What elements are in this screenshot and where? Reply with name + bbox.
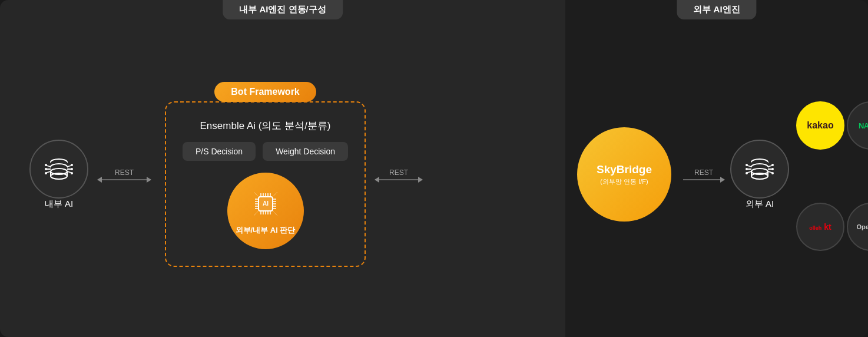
svg-line-12 (47, 166, 51, 167)
ensemble-label: Ensemble Ai (의도 분석/분류) (200, 119, 331, 133)
internal-ai-circle (29, 140, 88, 199)
right-panel-title: 외부 AI엔진 (677, 0, 756, 19)
skybridge-container: SkyBridge (외부망 연동 I/F) (577, 127, 671, 222)
bot-framework-container: Bot Framework Ensemble Ai (의도 분석/분류) P/S… (165, 82, 366, 267)
external-ai-circle (730, 140, 789, 199)
arrow-right2 (418, 177, 423, 183)
logo-kt: olleh kt (796, 203, 844, 251)
external-db-icon (744, 154, 775, 184)
bot-framework-badge: Bot Framework (214, 82, 316, 102)
svg-line-18 (67, 171, 71, 173)
svg-line-42 (254, 192, 258, 196)
svg-point-61 (746, 172, 748, 174)
svg-line-43 (273, 192, 277, 196)
svg-point-57 (771, 168, 774, 170)
external-ai-area: 외부 AI kakao NAVER Google (730, 101, 868, 247)
skybridge-name: SkyBridge (597, 163, 652, 176)
svg-line-60 (747, 171, 751, 173)
rest-line-ext (683, 179, 724, 180)
logo-naver: NAVER (847, 101, 868, 150)
svg-point-59 (746, 164, 748, 166)
svg-line-45 (273, 212, 277, 216)
decision-buttons: P/S Decision Weight Decision (183, 142, 348, 161)
main-layout: 내부 AI엔진 연동/구성 (0, 0, 868, 337)
svg-point-19 (71, 172, 73, 174)
svg-point-15 (45, 172, 47, 174)
svg-line-64 (768, 171, 772, 173)
rest-arrow-ext-group: REST (683, 168, 724, 180)
right-section: 외부 AI엔진 SkyBridge (외부망 연동 I/F) REST (565, 0, 868, 337)
svg-line-16 (67, 166, 71, 167)
rest-line-right (375, 179, 422, 180)
svg-point-65 (771, 172, 774, 174)
skybridge-circle: SkyBridge (외부망 연동 I/F) (577, 127, 671, 222)
ai-chip-circle: AI (227, 173, 304, 249)
svg-line-44 (254, 212, 258, 216)
left-section: 내부 AI엔진 연동/구성 (0, 0, 565, 337)
svg-point-63 (771, 164, 774, 166)
svg-line-58 (747, 166, 751, 167)
internal-ai-node: 내부 AI (29, 140, 88, 210)
svg-line-62 (768, 166, 772, 167)
rest-label-left: REST (115, 168, 134, 177)
logos-grid: kakao NAVER Google (796, 101, 868, 247)
internal-ai-label: 내부 AI (45, 199, 73, 210)
svg-point-55 (746, 168, 748, 170)
skybridge-sub: (외부망 연동 I/F) (600, 177, 648, 186)
rest-label-bot: REST (389, 168, 408, 177)
svg-point-17 (71, 164, 73, 166)
ai-chip-icon: AI (248, 186, 283, 222)
svg-point-13 (45, 164, 47, 166)
database-icon (44, 154, 74, 184)
bot-framework-box: Ensemble Ai (의도 분석/분류) P/S Decision Weig… (165, 101, 366, 267)
svg-point-11 (71, 168, 73, 170)
arrow-left2 (375, 177, 379, 183)
weight-decision-button[interactable]: Weight Decision (263, 142, 348, 161)
external-ai-node: 외부 AI (730, 140, 789, 210)
left-panel-title: 내부 AI엔진 연동/구성 (223, 0, 343, 19)
ai-chip-label: 외부/내부 AI 판단 (236, 225, 296, 236)
rest-arrow-left-group: REST (98, 168, 151, 180)
logo-kakao: kakao (796, 101, 844, 150)
svg-line-14 (47, 171, 51, 173)
arrow-right (147, 177, 151, 183)
svg-text:AI: AI (263, 200, 269, 207)
ps-decision-button[interactable]: P/S Decision (183, 142, 256, 161)
rest-arrow-right-group: REST (375, 168, 422, 180)
rest-line-left (98, 179, 151, 180)
external-ai-label: 외부 AI (746, 199, 774, 210)
arrow-left (97, 177, 102, 183)
svg-point-9 (45, 168, 47, 170)
arrow-right-ext (720, 177, 725, 183)
logo-openapi: Open API (847, 203, 868, 251)
rest-label-ext: REST (694, 168, 713, 177)
